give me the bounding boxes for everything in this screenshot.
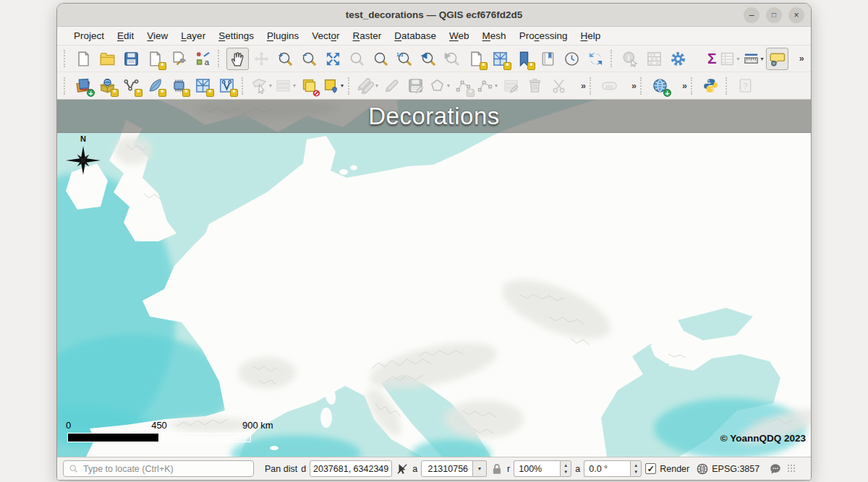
open-data-source-manager-button[interactable]: +	[72, 74, 95, 97]
locator-search[interactable]	[63, 460, 254, 477]
toggle-extents-icon[interactable]	[396, 462, 409, 475]
labels-toolbar-handle[interactable]	[590, 77, 595, 95]
render-checkbox[interactable]: ✓	[645, 463, 656, 474]
menu-help[interactable]: Help	[574, 28, 607, 43]
menu-edit[interactable]: Edit	[111, 28, 140, 43]
menu-raster[interactable]: Raster	[346, 28, 388, 43]
select-by-value-button[interactable]: ▾	[322, 74, 344, 97]
menu-plugins[interactable]: Plugins	[260, 28, 305, 43]
zoom-out-button[interactable]: −	[298, 48, 320, 70]
statistical-summary-button[interactable]: Σ	[691, 48, 717, 70]
cut-features-button[interactable]	[548, 74, 570, 97]
digitizing-overflow-button[interactable]: »	[571, 74, 586, 97]
zoom-to-selection-button[interactable]	[346, 48, 368, 70]
magnifier-spinbox[interactable]: 100% ▲▼	[514, 460, 571, 477]
temporal-controller-button[interactable]	[561, 48, 583, 70]
maximize-button[interactable]: □	[766, 7, 782, 23]
menu-web[interactable]: Web	[443, 28, 476, 43]
digitizing-toolbar-handle[interactable]	[348, 77, 353, 95]
measure-button[interactable]: ▾	[742, 48, 765, 70]
identify-features-button[interactable]	[619, 48, 642, 70]
new-spatialite-layer-button[interactable]: *	[144, 74, 166, 97]
layer-labeling-button[interactable]	[598, 74, 621, 97]
menu-processing[interactable]: Processing	[513, 28, 574, 43]
coordinate-input[interactable]: 2037681, 6342349	[310, 460, 392, 477]
zoom-native-resolution-button[interactable]: 1:1	[393, 48, 416, 70]
lock-scale-icon[interactable]	[490, 462, 503, 475]
new-shapefile-layer-button[interactable]: *	[120, 74, 142, 97]
save-project-button[interactable]	[120, 48, 142, 70]
new-map-view-button[interactable]: *	[465, 48, 488, 70]
rotation-value[interactable]: 0.0 °	[584, 460, 630, 477]
save-layer-edits-button[interactable]	[404, 74, 427, 97]
web-overflow-button[interactable]: »	[673, 74, 687, 97]
project-toolbar-handle[interactable]	[64, 50, 69, 67]
open-attribute-table-button[interactable]: ▾	[718, 48, 741, 70]
map-canvas[interactable]: N Decorations 0 450 900 km © YoannQDQ 20…	[57, 100, 811, 457]
scale-dropdown-icon[interactable]: ▾	[473, 460, 487, 477]
processing-toolbox-button[interactable]	[667, 48, 689, 70]
help-toolbar-handle[interactable]	[726, 77, 731, 95]
metasearch-button[interactable]: +	[649, 74, 671, 97]
magnifier-value[interactable]: 100%	[514, 460, 560, 477]
zoom-last-button[interactable]: ◀	[417, 48, 440, 70]
new-geopackage-layer-button[interactable]: *	[96, 74, 119, 97]
toolbar-overflow-button[interactable]: »	[790, 48, 804, 70]
open-project-button[interactable]	[96, 48, 119, 70]
deselect-features-button[interactable]: ⊘	[298, 74, 320, 97]
labels-overflow-button[interactable]: »	[622, 74, 637, 97]
magnifier-spin-arrows[interactable]: ▲▼	[560, 460, 571, 477]
menu-view[interactable]: View	[140, 28, 174, 43]
menu-settings[interactable]: Settings	[212, 28, 260, 43]
new-mesh-layer-button[interactable]: *	[192, 74, 214, 97]
attributes-toolbar-handle[interactable]	[610, 50, 616, 67]
close-button[interactable]: ×	[788, 7, 804, 23]
messages-bubble-icon[interactable]	[769, 462, 782, 475]
rotation-spin-arrows[interactable]: ▲▼	[630, 460, 642, 477]
modify-attributes-button[interactable]	[500, 74, 522, 97]
menu-mesh[interactable]: Mesh	[476, 28, 513, 43]
crs-status-button[interactable]: EPSG:3857	[696, 462, 760, 475]
scale-combo[interactable]: 21310756 ▾	[421, 460, 487, 477]
scale-input[interactable]: 21310756	[421, 460, 473, 477]
locator-input[interactable]	[82, 463, 248, 475]
datasource-toolbar-handle[interactable]	[64, 77, 69, 95]
current-edits-button[interactable]: ▾	[357, 74, 379, 97]
selection-toolbar-handle[interactable]	[242, 77, 247, 95]
menu-vector[interactable]: Vector	[305, 28, 346, 43]
rotation-spinbox[interactable]: 0.0 ° ▲▼	[584, 460, 642, 477]
menu-layer[interactable]: Layer	[174, 28, 212, 43]
toggle-editing-button[interactable]	[380, 74, 403, 97]
web-toolbar-handle[interactable]	[640, 77, 645, 95]
zoom-next-button[interactable]: ▶	[441, 48, 464, 70]
zoom-full-button[interactable]	[322, 48, 344, 70]
vertex-tool-all-layers-button[interactable]: *	[452, 74, 475, 97]
plugins-toolbar-handle[interactable]	[691, 77, 696, 95]
refresh-map-button[interactable]	[584, 48, 607, 70]
map-tips-button[interactable]	[766, 48, 788, 70]
style-manager-button[interactable]	[192, 48, 214, 70]
zoom-to-layer-button[interactable]	[370, 48, 392, 70]
navigation-toolbar-handle[interactable]	[218, 50, 223, 67]
pan-to-selection-button[interactable]	[250, 48, 273, 70]
select-features-button[interactable]: ▾	[250, 74, 273, 97]
show-layout-manager-button[interactable]	[168, 48, 190, 70]
python-console-button[interactable]	[699, 74, 722, 97]
new-project-button[interactable]	[72, 48, 95, 70]
field-calculator-button[interactable]	[643, 48, 665, 70]
add-polygon-feature-button[interactable]: ▾	[428, 74, 451, 97]
title-bar[interactable]: test_decorations — QGIS ecf676fd2d5 – □ …	[57, 4, 811, 27]
menu-database[interactable]: Database	[388, 28, 443, 43]
new-print-layout-button[interactable]: *	[144, 48, 166, 70]
vertex-tool-button[interactable]: ▾	[476, 74, 498, 97]
pan-map-button[interactable]	[226, 48, 249, 70]
new-temporary-scratch-layer-button[interactable]: *	[216, 74, 238, 97]
help-contents-button[interactable]	[734, 74, 757, 97]
select-features-by-form-button[interactable]: ▾	[274, 74, 297, 97]
delete-selected-button[interactable]	[524, 74, 546, 97]
new-3d-map-view-button[interactable]: *	[489, 48, 511, 70]
window-resize-grip[interactable]	[787, 464, 796, 473]
show-spatial-bookmarks-button[interactable]	[537, 48, 559, 70]
minimize-button[interactable]: –	[744, 7, 760, 23]
new-spatial-bookmark-button[interactable]: *	[513, 48, 535, 70]
